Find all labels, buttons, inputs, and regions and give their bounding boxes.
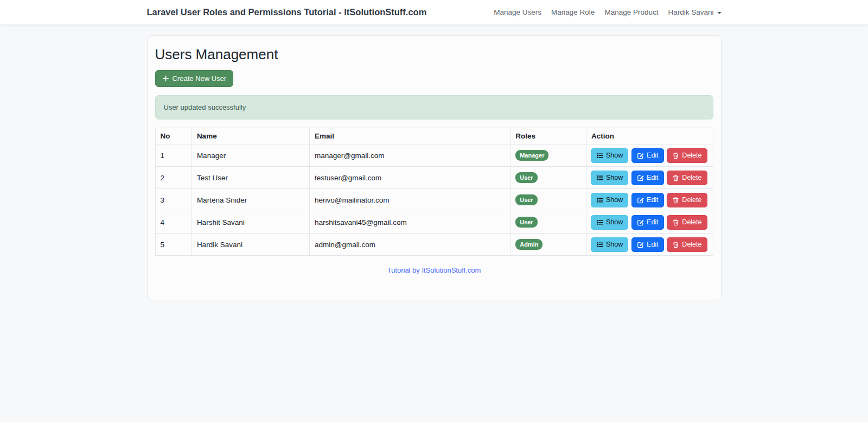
delete-label: Delete (682, 241, 701, 249)
delete-label: Delete (682, 152, 701, 160)
table-row: 4 Harshit Savani harshitsavani45@gmail.c… (155, 211, 713, 234)
cell-name: Harshit Savani (192, 211, 309, 234)
edit-button[interactable]: Edit (631, 171, 664, 185)
pencil-square-icon (637, 174, 644, 181)
show-label: Show (606, 174, 623, 182)
trash-icon (672, 197, 679, 204)
role-badge: User (515, 217, 537, 228)
cell-actions: Show Edit Delete (586, 144, 713, 167)
users-management-card: Users Management Create New User User up… (147, 35, 722, 300)
show-button[interactable]: Show (591, 148, 628, 163)
tutorial-link[interactable]: Tutorial by ItSolutionStuff.com (387, 266, 481, 274)
role-badge: User (515, 194, 537, 205)
edit-label: Edit (647, 196, 659, 204)
table-row: 1 Manager manager@gmail.com Manager Show… (155, 144, 713, 167)
col-header-action: Action (586, 128, 713, 144)
col-header-email: Email (309, 128, 510, 144)
delete-button[interactable]: Delete (667, 237, 707, 252)
plus-icon (162, 75, 169, 82)
navbar: Laravel User Roles and Permissions Tutor… (0, 0, 868, 24)
delete-button[interactable]: Delete (667, 193, 707, 207)
delete-button[interactable]: Delete (667, 171, 707, 185)
pencil-square-icon (637, 152, 644, 159)
caret-down-icon (717, 12, 722, 14)
cell-actions: Show Edit Delete (586, 189, 713, 211)
nav-manage-role[interactable]: Manage Role (551, 8, 595, 16)
edit-button[interactable]: Edit (631, 237, 664, 252)
delete-label: Delete (682, 218, 701, 226)
show-button[interactable]: Show (591, 193, 628, 207)
cell-no: 4 (155, 211, 192, 234)
cell-email: herivo@mailinator.com (309, 189, 510, 211)
show-button[interactable]: Show (591, 215, 628, 230)
list-icon (596, 197, 603, 204)
pencil-square-icon (637, 219, 644, 226)
user-menu-dropdown[interactable]: Hardik Savani (668, 8, 721, 16)
user-menu-label: Hardik Savani (668, 8, 713, 16)
cell-no: 1 (155, 144, 192, 167)
cell-actions: Show Edit Delete (586, 167, 713, 189)
cell-email: manager@gmail.com (309, 144, 510, 167)
cell-name: Martena Snider (192, 189, 309, 211)
cell-email: harshitsavani45@gmail.com (309, 211, 510, 234)
show-label: Show (606, 241, 623, 249)
cell-name: Test User (192, 167, 309, 189)
show-label: Show (606, 218, 623, 226)
table-row: 2 Test User testuser@gmail.com User Show… (155, 167, 713, 189)
cell-roles: User (510, 211, 586, 234)
edit-button[interactable]: Edit (631, 193, 664, 207)
delete-label: Delete (682, 196, 701, 204)
cell-actions: Show Edit Delete (586, 234, 713, 256)
cell-roles: User (510, 189, 586, 211)
cell-no: 3 (155, 189, 192, 211)
table-row: 3 Martena Snider herivo@mailinator.com U… (155, 189, 713, 211)
cell-no: 5 (155, 234, 192, 256)
show-label: Show (606, 152, 623, 160)
col-header-name: Name (192, 128, 309, 144)
col-header-no: No (155, 128, 192, 144)
list-icon (596, 219, 603, 226)
table-row: 5 Hardik Savani admin@gmail.com Admin Sh… (155, 234, 713, 256)
delete-label: Delete (682, 174, 701, 182)
cell-roles: Admin (510, 234, 586, 256)
nav-links: Manage Users Manage Role Manage Product … (494, 8, 721, 16)
brand-title[interactable]: Laravel User Roles and Permissions Tutor… (147, 7, 427, 17)
cell-roles: Manager (510, 144, 586, 167)
list-icon (596, 174, 603, 181)
success-alert: User updated successfully (155, 95, 713, 119)
page-title: Users Management (155, 46, 713, 63)
table-header-row: No Name Email Roles Action (155, 128, 713, 144)
edit-label: Edit (647, 241, 659, 249)
users-table: No Name Email Roles Action 1 Manager man… (155, 128, 713, 256)
main-content: Users Management Create New User User up… (147, 35, 722, 300)
col-header-roles: Roles (510, 128, 586, 144)
edit-label: Edit (647, 174, 659, 182)
show-button[interactable]: Show (591, 237, 628, 252)
nav-manage-users[interactable]: Manage Users (494, 8, 541, 16)
role-badge: User (515, 172, 537, 183)
cell-roles: User (510, 167, 586, 189)
pencil-square-icon (637, 197, 644, 204)
edit-button[interactable]: Edit (631, 148, 664, 163)
cell-email: admin@gmail.com (309, 234, 510, 256)
delete-button[interactable]: Delete (667, 148, 707, 163)
card-footer: Tutorial by ItSolutionStuff.com (155, 265, 713, 275)
edit-label: Edit (647, 152, 659, 160)
show-label: Show (606, 196, 623, 204)
show-button[interactable]: Show (591, 171, 628, 185)
cell-name: Manager (192, 144, 309, 167)
list-icon (596, 241, 603, 248)
create-new-user-button[interactable]: Create New User (155, 70, 234, 87)
role-badge: Manager (515, 150, 548, 161)
cell-no: 2 (155, 167, 192, 189)
edit-button[interactable]: Edit (631, 215, 664, 230)
pencil-square-icon (637, 241, 644, 248)
edit-label: Edit (647, 218, 659, 226)
trash-icon (672, 219, 679, 226)
cell-name: Hardik Savani (192, 234, 309, 256)
nav-manage-product[interactable]: Manage Product (604, 8, 658, 16)
role-badge: Admin (515, 239, 542, 250)
trash-icon (672, 241, 679, 248)
delete-button[interactable]: Delete (667, 215, 707, 230)
cell-email: testuser@gmail.com (309, 167, 510, 189)
